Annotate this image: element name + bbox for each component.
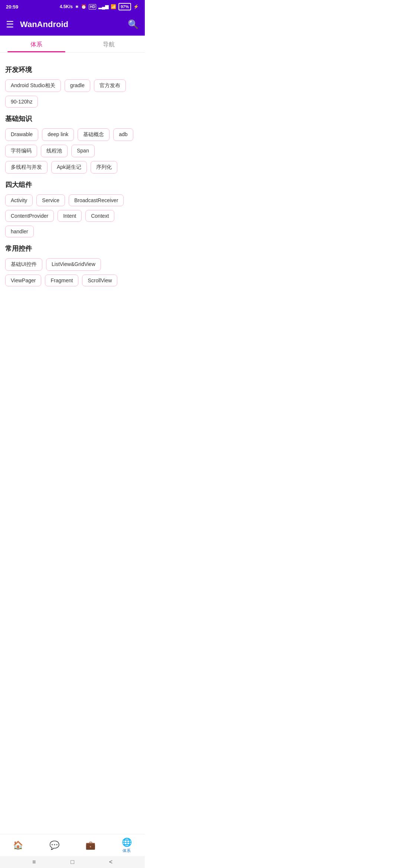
tab-bar: 体系 导航 <box>0 36 145 53</box>
tag-kaifa-1[interactable]: gradle <box>65 79 90 92</box>
tag-jichu-1[interactable]: deep link <box>42 128 74 141</box>
tab-navigation[interactable]: 导航 <box>72 36 145 52</box>
tag-kaifa-2[interactable]: 官方发布 <box>94 79 126 92</box>
tag-jichu-6[interactable]: Span <box>71 145 95 157</box>
wifi-icon: 📶 <box>111 4 116 9</box>
tag-jichu-7[interactable]: 多线程与并发 <box>5 161 48 174</box>
charging-icon: ⚡ <box>133 4 139 9</box>
bluetooth-icon: ∗ <box>75 4 79 9</box>
tag-sida-6[interactable]: handler <box>5 226 34 237</box>
tag-changyong-0[interactable]: 基础UI控件 <box>5 258 42 271</box>
status-time: 20:59 <box>6 4 18 10</box>
tag-kaifa-0[interactable]: Android Studio相关 <box>5 79 61 92</box>
tags-sida: ActivityServiceBroadcastReceiverContentP… <box>5 194 140 237</box>
tag-jichu-5[interactable]: 线程池 <box>41 145 68 157</box>
alarm-icon: ⏰ <box>81 4 87 9</box>
status-bar: 20:59 4.5K/s ∗ ⏰ HD ▂▄▆ 📶 97% ⚡ <box>0 0 145 13</box>
tag-jichu-9[interactable]: 序列化 <box>91 161 117 174</box>
status-right: 4.5K/s ∗ ⏰ HD ▂▄▆ 📶 97% ⚡ <box>60 3 139 10</box>
tag-sida-0[interactable]: Activity <box>5 194 33 206</box>
tags-kaifa: Android Studio相关gradle官方发布90-120hz <box>5 79 140 108</box>
network-speed: 4.5K/s <box>60 4 73 9</box>
section-title-sida: 四大组件 <box>5 180 140 189</box>
tag-sida-4[interactable]: Intent <box>58 210 82 222</box>
section-title-jichu: 基础知识 <box>5 114 140 123</box>
search-icon[interactable]: 🔍 <box>128 19 139 30</box>
tag-sida-1[interactable]: Service <box>36 194 65 206</box>
tab-system[interactable]: 体系 <box>0 36 72 52</box>
tag-jichu-4[interactable]: 字符编码 <box>5 145 37 157</box>
battery-indicator: 97% <box>118 3 131 10</box>
tags-changyong: 基础UI控件ListView&GridViewViewPagerFragment… <box>5 258 140 286</box>
main-content: 开发环境Android Studio相关gradle官方发布90-120hz基础… <box>0 53 145 319</box>
tag-jichu-8[interactable]: Apk诞生记 <box>51 161 87 174</box>
hd-icon: HD <box>89 4 96 10</box>
signal-icon: ▂▄▆ <box>98 4 108 9</box>
app-title: WanAndroid <box>20 20 122 29</box>
tag-sida-5[interactable]: Context <box>85 210 114 222</box>
tag-sida-3[interactable]: ContentProvider <box>5 210 54 222</box>
tag-jichu-0[interactable]: Drawable <box>5 128 38 141</box>
tag-changyong-4[interactable]: ScrollView <box>82 274 117 286</box>
tag-changyong-1[interactable]: ListView&GridView <box>46 258 101 271</box>
section-title-kaifa: 开发环境 <box>5 65 140 74</box>
toolbar: ☰ WanAndroid 🔍 <box>0 13 145 36</box>
tags-jichu: Drawabledeep link基础概念adb字符编码线程池Span多线程与并… <box>5 128 140 174</box>
tag-changyong-3[interactable]: Fragment <box>45 274 78 286</box>
section-title-changyong: 常用控件 <box>5 244 140 253</box>
tag-jichu-2[interactable]: 基础概念 <box>78 128 110 141</box>
menu-icon[interactable]: ☰ <box>6 19 14 30</box>
tag-sida-2[interactable]: BroadcastReceiver <box>69 194 124 206</box>
tag-changyong-2[interactable]: ViewPager <box>5 274 41 286</box>
tag-kaifa-3[interactable]: 90-120hz <box>5 96 38 108</box>
tag-jichu-3[interactable]: adb <box>113 128 133 141</box>
